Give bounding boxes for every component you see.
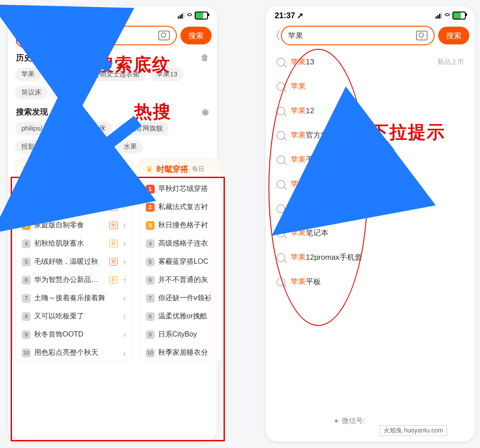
suggestion-extra: 新品上市 — [437, 58, 464, 66]
style-rank-row[interactable]: 2私藏法式复古衬 — [140, 198, 221, 216]
autocomplete-row[interactable]: 苹果手机官网旗舰 — [266, 147, 475, 172]
rank-badge: 3 — [22, 221, 31, 230]
search-icon — [276, 229, 285, 238]
site-watermark: 火焰兔 huoyantu.com — [380, 425, 447, 436]
autocomplete-row[interactable]: 苹果12 — [266, 99, 475, 123]
autocomplete-row[interactable]: 苹果官方旗舰店官网 — [266, 123, 475, 147]
trend-icon: ↑ — [123, 277, 126, 284]
rank-text: 日系CityBoy — [158, 330, 215, 339]
history-chip[interactable]: 简议床 — [15, 86, 48, 99]
hot-rank-row[interactable]: 7土嗨～接着奏乐接着舞↑ — [16, 289, 132, 307]
style-rank-row[interactable]: 6并不不普通的灰 — [140, 271, 221, 289]
trend-icon: ↑ — [123, 204, 126, 211]
rank-text: 温柔优雅or拽酷 — [158, 312, 215, 321]
suggestion-text: 苹果数据线 — [291, 179, 328, 189]
rank-text: 你还缺一件v领衫 — [158, 293, 215, 303]
hot-search-panel[interactable]: ♛ 淘宝热搜 今日热搜全知道 〉 1把克莱因蓝穿在身上热↑2秋日超飒西装外套分享… — [15, 158, 133, 362]
rank-badge: 10 — [22, 349, 31, 357]
hot-rank-row[interactable]: 10用色彩点亮整个秋天↓ — [16, 344, 132, 362]
rank-tag: 新 — [109, 240, 118, 247]
panel-style-subtitle: 每日 — [192, 165, 204, 173]
rank-text: 又可以吃板栗了 — [34, 312, 118, 321]
crown-icon: ♛ — [22, 164, 29, 174]
rank-text: 把克莱因蓝穿在身上 — [34, 184, 105, 194]
rank-tag: 热 — [109, 258, 118, 266]
rank-tag: 热 — [109, 222, 118, 229]
back-icon[interactable]: 〈 — [12, 28, 20, 44]
delete-icon[interactable]: 🗑 — [201, 53, 209, 63]
battery-icon — [195, 12, 208, 20]
hot-rank-row[interactable]: 8又可以吃板栗了↑ — [16, 307, 132, 325]
trend-icon: ↓ — [123, 349, 126, 357]
search-button[interactable]: 搜索 — [180, 27, 212, 44]
rank-text: 秋季家居睡衣分 — [158, 348, 215, 357]
discover-chip[interactable]: 手机官网旗舰 — [116, 122, 169, 135]
style-rank-row[interactable]: 7你还缺一件v领衫 — [140, 289, 221, 307]
style-rank-row[interactable]: 8温柔优雅or拽酷 — [140, 307, 221, 325]
autocomplete-row[interactable]: 苹果13新品上市 — [266, 50, 475, 74]
camera-icon[interactable] — [416, 31, 428, 40]
search-input[interactable]: philips/小蜜蜂 — [23, 26, 177, 45]
autocomplete-row[interactable]: 苹果 — [266, 74, 475, 99]
rank-badge: 7 — [22, 294, 31, 303]
search-button[interactable]: 搜索 — [438, 27, 469, 44]
search-icon — [276, 204, 285, 213]
hot-rank-row[interactable]: 6华为智慧办公新品首发新↑ — [16, 271, 132, 289]
rank-badge: 2 — [146, 203, 155, 212]
camera-icon[interactable] — [158, 31, 170, 40]
rank-text: 秋日撞色格子衬 — [158, 221, 215, 230]
style-rank-row[interactable]: 9日系CityBoy — [140, 325, 221, 344]
discover-title: 搜索发现 — [16, 107, 48, 117]
location-arrow-icon: ➚ — [297, 11, 304, 20]
autocomplete-row[interactable]: 苹果平板 — [266, 270, 475, 294]
back-icon[interactable]: 〈 — [269, 28, 277, 44]
suggestion-text: 苹果13 — [291, 57, 314, 67]
suggestion-text: 苹果12 — [291, 106, 314, 116]
rank-badge: 9 — [146, 330, 155, 339]
autocomplete-row[interactable]: 苹果ipad — [266, 196, 475, 221]
eye-icon[interactable]: ◉ — [202, 107, 209, 117]
history-chip[interactable]: 苹果 — [15, 67, 41, 81]
history-chip[interactable]: 简易床 — [52, 86, 84, 99]
hot-rank-row[interactable]: 2秋日超飒西装外套分享热↑ — [16, 198, 132, 216]
hot-rank-row[interactable]: 1把克莱因蓝穿在身上热↑ — [16, 180, 132, 198]
rank-badge: 8 — [22, 312, 31, 321]
hot-rank-row[interactable]: 3家庭版自制零食热↑ — [16, 216, 132, 234]
hot-rank-row[interactable]: 5毛绒好物，温暖过秋热↑ — [16, 253, 132, 271]
search-input[interactable]: 苹果 — [281, 26, 435, 45]
search-icon — [276, 180, 285, 189]
autocomplete-row[interactable]: 苹果12promax手机套 — [266, 245, 475, 270]
trend-icon: ↑ — [123, 186, 126, 193]
style-rank-row[interactable]: 3秋日撞色格子衬 — [140, 216, 221, 234]
rank-text: 初秋给肌肤蓄水 — [34, 239, 105, 248]
search-icon — [276, 82, 285, 91]
history-chip[interactable]: 苹果13 — [150, 67, 184, 81]
style-rank-row[interactable]: 4高级感格子连衣 — [140, 234, 221, 253]
left-phone-frame: 21:35➚ ⌔ 〈 philips/小蜜蜂 搜索 历史搜索 🗑 苹果2021新… — [8, 6, 217, 441]
rank-text: 秋日超飒西装外套分享 — [34, 202, 105, 212]
rank-text: 并不不普通的灰 — [158, 275, 215, 285]
right-phone-frame: 21:37➚ ⌔ 〈 苹果 搜索 苹果13新品上市苹果苹果12苹果官方旗舰店官网… — [266, 6, 475, 441]
discover-chip[interactable]: 简易木床 — [73, 122, 112, 135]
discover-chip[interactable]: philips/小蜜蜂 — [15, 122, 68, 135]
discover-chip[interactable]: 水果 — [117, 140, 143, 154]
hot-rank-row[interactable]: 4初秋给肌肤蓄水新↑ — [16, 234, 132, 253]
search-placeholder: philips/小蜜蜂 — [30, 31, 154, 41]
discover-chip[interactable]: 投影机吊架 — [15, 140, 61, 154]
trend-icon: ↑ — [123, 258, 126, 266]
signal-icon — [178, 12, 184, 19]
rank-badge: 5 — [146, 258, 155, 266]
autocomplete-row[interactable]: 苹果笔记本 — [266, 221, 475, 245]
style-panel[interactable]: ♛ 时髦穿搭 每日 1早秋灯芯绒穿搭2私藏法式复古衬3秋日撞色格子衬4高级感格子… — [139, 158, 222, 362]
history-chip[interactable]: 2021新款花式促销女士连衣裙 — [45, 67, 146, 81]
trend-icon: ↑ — [123, 331, 126, 338]
rank-badge: 1 — [146, 185, 155, 194]
autocomplete-row[interactable]: 苹果数据线 — [266, 172, 475, 196]
discover-chip[interactable]: 投影仪 家用 — [65, 140, 113, 154]
hot-rank-row[interactable]: 9秋冬首饰OOTD↑ — [16, 325, 132, 344]
style-rank-row[interactable]: 1早秋灯芯绒穿搭 — [140, 180, 221, 198]
search-icon — [276, 155, 285, 164]
rank-badge: 4 — [146, 239, 155, 248]
style-rank-row[interactable]: 5雾霾蓝穿搭LOC — [140, 253, 221, 271]
style-rank-row[interactable]: 10秋季家居睡衣分 — [140, 344, 221, 362]
